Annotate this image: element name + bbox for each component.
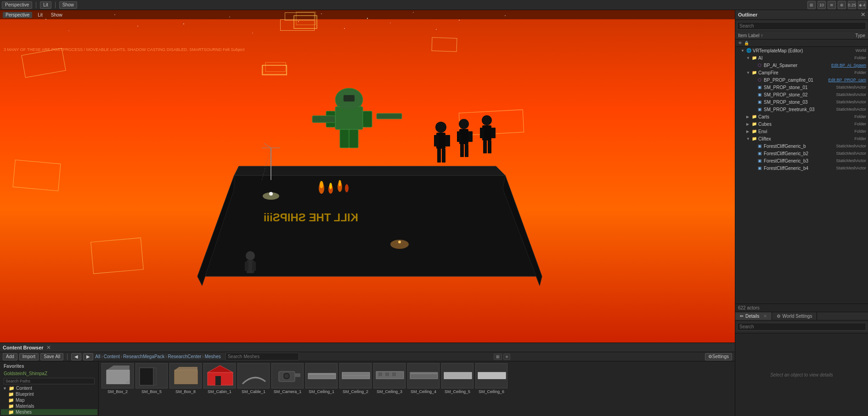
outliner-item-ai[interactable]: ▼ 📁 AI Folder <box>735 54 868 62</box>
expand-arrow[interactable]: ▶ <box>752 152 756 156</box>
expand-arrow[interactable]: ▼ <box>746 71 751 75</box>
details-tab-close[interactable]: ✕ <box>763 314 767 319</box>
cb-add-btn[interactable]: Add <box>3 353 17 360</box>
item-label: BP_PROP_campfire_01 <box>763 78 828 83</box>
outliner-item-vrtemplmap[interactable]: ▼ 🌐 VRTemplateMap (Editor) World <box>735 47 868 54</box>
expand-arrow[interactable]: ▶ <box>752 100 756 104</box>
outliner-item-cliff-b[interactable]: ▶ ▣ ForestCliffGeneric_b StaticMeshActor <box>735 142 868 150</box>
outliner-item-stone-03[interactable]: ▶ ▣ SM_PROP_stone_03 StaticMeshActor <box>735 98 868 106</box>
cb-sidebar-meshes[interactable]: 📁 Meshes <box>1 409 97 415</box>
asset-sm-ceiling-4[interactable]: SM_Ceiling_4 <box>407 363 440 394</box>
mesh-icon: ▣ <box>756 106 763 112</box>
outliner-item-stone-01[interactable]: ▶ ▣ SM_PROP_stone_01 StaticMeshActor <box>735 84 868 91</box>
viewport[interactable]: Perspective Lit Show 3 MANY OF THESE ARE… <box>0 10 735 343</box>
outliner-item-cubes[interactable]: ▶ 📁 Cubes Folder <box>735 120 868 128</box>
show-btn[interactable]: Show <box>59 1 77 9</box>
asset-sm-box-8[interactable]: SM_Box_8 <box>169 363 202 394</box>
folder-icon: 📁 <box>8 398 14 403</box>
asset-sm-box-2[interactable]: SM_Box_2 <box>101 363 134 394</box>
cb-path-all[interactable]: All <box>95 354 100 359</box>
cb-search-input[interactable] <box>225 353 299 360</box>
svg-point-2 <box>183 23 184 24</box>
number-10-btn[interactable]: 10 <box>817 1 826 9</box>
camera-icon[interactable]: ◈ 4 <box>858 1 866 9</box>
snap-icon[interactable]: ⊕ <box>838 1 846 9</box>
expand-arrow[interactable]: ▶ <box>752 93 756 97</box>
asset-sm-ceiling-2[interactable]: SM_Ceiling_2 <box>339 363 372 394</box>
expand-arrow[interactable]: ▼ <box>741 49 745 53</box>
asset-sm-box-5[interactable]: SM_Box_5 <box>135 363 168 394</box>
cb-sidebar-map[interactable]: 📁 Map <box>1 397 97 403</box>
col-label[interactable]: Item Label ↑ <box>738 33 763 38</box>
cb-sidebar-materials[interactable]: 📁 Materials <box>1 403 97 409</box>
cb-sidebar-blueprint[interactable]: 📁 Blueprint <box>1 391 97 397</box>
cb-save-all-btn[interactable]: Save All <box>40 353 63 360</box>
asset-sm-cable-1[interactable]: SM_Cable_1 <box>237 363 270 394</box>
outliner-close-btn[interactable]: ✕ <box>861 11 865 18</box>
cb-settings-btn[interactable]: ⚙ Settings <box>705 353 732 360</box>
expand-arrow[interactable]: ▶ <box>746 122 751 126</box>
outliner-item-bp-ai-spawner[interactable]: ▶ ⬡ BP_AI_Spawner Edit BP_AI_Spawn <box>735 62 868 69</box>
expand-arrow[interactable]: ▶ <box>752 107 756 112</box>
outliner-item-envi[interactable]: ▶ 📁 Envi Folder <box>735 128 868 135</box>
cb-path-content[interactable]: Content <box>104 354 120 359</box>
asset-sm-cabin-1[interactable]: SM_Cabin_1 <box>203 363 236 394</box>
expand-arrow[interactable]: ▶ <box>752 85 756 90</box>
cb-user-label[interactable]: GoldsteinN_ShimpaZ <box>1 370 97 377</box>
scale-btn[interactable]: 0.25 <box>848 1 856 9</box>
asset-sm-camera-1[interactable]: SM_Camera_1 <box>271 363 304 394</box>
asset-sm-ceiling-6[interactable]: SM_Ceiling_6 <box>475 363 507 394</box>
cb-close-btn[interactable]: ✕ <box>46 344 51 351</box>
grid-dense-icon[interactable]: ≋ <box>828 1 836 9</box>
asset-sm-ceiling-1[interactable]: SM_Ceiling_1 <box>305 363 338 394</box>
edit-link[interactable]: Edit BP_PROP_cam <box>828 78 868 82</box>
expand-arrow[interactable]: ▶ <box>752 166 756 170</box>
outliner-item-cliftex[interactable]: ▼ 📁 Cliftex Folder <box>735 135 868 142</box>
world-settings-tab[interactable]: ⚙ World Settings <box>772 312 817 320</box>
expand-arrow[interactable]: ▼ <box>746 56 751 60</box>
outliner-item-stone-02[interactable]: ▶ ▣ SM_PROP_stone_02 StaticMeshActor <box>735 91 868 98</box>
cb-sidebar-root[interactable]: ▼ 📁 Content <box>1 385 97 391</box>
asset-grid[interactable]: SM_Box_2 SM_Box_5 <box>99 361 735 416</box>
cb-import-btn[interactable]: Import <box>19 353 39 360</box>
outliner-item-treetrunk[interactable]: ▶ ▣ SM_PROP_treetrunk_03 StaticMeshActor <box>735 106 868 113</box>
outliner-item-bp-campfire[interactable]: ▶ ⬡ BP_PROP_campfire_01 Edit BP_PROP_cam <box>735 76 868 84</box>
lit-btn[interactable]: Lit <box>40 1 51 9</box>
cb-filter-btn[interactable]: ≡ <box>503 354 510 360</box>
outliner-search-input[interactable] <box>737 22 866 30</box>
outliner-item-campfire[interactable]: ▼ 📁 CampFire Folder <box>735 69 868 76</box>
asset-sm-ceiling-5[interactable]: SM_Ceiling_5 <box>441 363 473 394</box>
cb-grid-btn[interactable]: ⊞ <box>494 354 502 360</box>
cb-nav-back[interactable]: ◀ <box>71 353 81 360</box>
outliner-list[interactable]: ▼ 🌐 VRTemplateMap (Editor) World ▼ 📁 AI … <box>735 47 868 304</box>
svg-point-54 <box>320 181 323 188</box>
item-label: ForestCliffGeneric_b <box>763 144 836 149</box>
expand-arrow[interactable]: ▶ <box>752 78 756 82</box>
expand-arrow[interactable]: ▼ <box>746 137 751 141</box>
asset-thumb <box>101 363 134 388</box>
cb-search-paths-input[interactable] <box>4 378 95 384</box>
edit-link[interactable]: Edit BP_AI_Spawn <box>831 63 868 67</box>
expand-arrow[interactable]: ▶ <box>752 159 756 163</box>
expand-arrow[interactable]: ▶ <box>746 129 751 134</box>
outliner-item-carts[interactable]: ▶ 📁 Carts Folder <box>735 113 868 120</box>
cb-nav-forward[interactable]: ▶ <box>83 353 93 360</box>
outliner-title: Outliner <box>738 12 757 17</box>
details-search-input[interactable] <box>737 323 866 331</box>
expand-arrow[interactable]: ▶ <box>752 63 756 67</box>
svg-rect-86 <box>308 373 336 375</box>
cb-path-meshes[interactable]: Meshes <box>205 354 221 359</box>
asset-sm-ceiling-3[interactable]: SM_Ceiling_3 <box>373 363 406 394</box>
details-tab[interactable]: ✏ Details ✕ <box>735 312 772 320</box>
expand-arrow[interactable]: ▶ <box>746 115 751 119</box>
details-empty-msg: Select an object to view details <box>770 372 833 377</box>
outliner-item-cliff-b3[interactable]: ▶ ▣ ForestCliffGeneric_b3 StaticMeshActo… <box>735 157 868 164</box>
cb-path-center[interactable]: ResearchCenter <box>168 354 202 359</box>
svg-rect-66 <box>245 262 248 271</box>
outliner-item-cliff-b2[interactable]: ▶ ▣ ForestCliffGeneric_b2 StaticMeshActo… <box>735 150 868 157</box>
expand-arrow[interactable]: ▶ <box>752 144 756 148</box>
grid-icon[interactable]: ⊞ <box>807 1 816 9</box>
perspective-btn[interactable]: Perspective <box>2 1 32 9</box>
outliner-item-cliff-b4[interactable]: ▶ ▣ ForestCliffGeneric_b4 StaticMeshActo… <box>735 164 868 172</box>
cb-path-pack[interactable]: ResearchMegaPack <box>123 354 164 359</box>
